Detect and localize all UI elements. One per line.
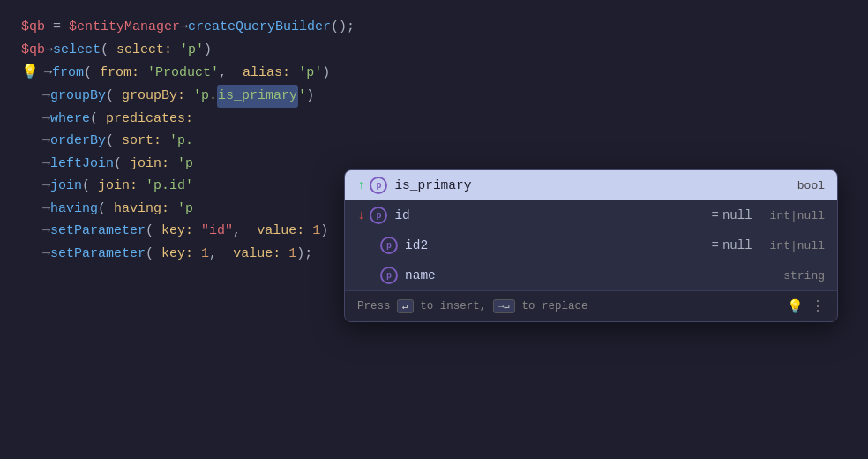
highlighted-text: is_primary [217,85,298,108]
ac-item-id2[interactable]: p id2 = null int|null [345,230,837,260]
property-icon-1: p [370,177,387,194]
arrow-down-icon: ↓ [357,208,364,222]
code-line-4: → groupBy ( groupBy: 'p.is_primary' ) [21,85,847,108]
footer-lightbulb-icon[interactable]: 💡 [787,298,804,315]
code-line-6: → orderBy ( sort: 'p. [21,130,847,153]
ac-name-2: id [394,208,707,222]
replace-key: →↵ [493,299,515,313]
autocomplete-popup: ↑ p is_primary bool ↓ p id = null int|nu… [344,169,838,322]
property-icon-4: p [380,267,398,284]
code-line-1: $qb = $entityManager → createQueryBuilde… [21,16,847,39]
ac-item-name[interactable]: p name string [345,260,837,290]
arrow-op: → [180,16,188,39]
code-line-3: 💡 → from ( from: 'Product' , alias: 'p' … [21,61,847,85]
var-entity-manager: $entityManager [69,16,180,39]
ac-item-id[interactable]: ↓ p id = null int|null [345,200,837,230]
arrow-up-icon: ↑ [357,178,364,192]
ac-item-is-primary[interactable]: ↑ p is_primary bool [345,170,837,200]
ac-type-4: string [766,269,825,282]
property-icon-3: p [380,237,398,254]
insert-key: ↵ [397,299,414,313]
ac-type-3: int|null [752,239,825,252]
var-qb: $qb [21,16,45,39]
ac-eq-2: = [712,208,719,222]
ac-name-1: is_primary [394,178,779,192]
ac-eq-3: = [712,238,719,252]
ac-footer-text: Press ↵ to insert, →↵ to replace [357,300,787,312]
ac-footer-icons: 💡 ⋮ [787,297,825,315]
property-icon-2: p [370,207,387,224]
code-line-5: → where ( predicates: [21,108,847,131]
ac-val-2: null [722,208,752,222]
ac-type-2: int|null [752,209,825,222]
lightbulb-icon[interactable]: 💡 [21,61,39,85]
method-create-query-builder: createQueryBuilder [188,16,331,39]
ac-type-1: bool [780,179,825,192]
code-editor: $qb = $entityManager → createQueryBuilde… [0,0,868,459]
more-options-icon[interactable]: ⋮ [811,297,825,315]
code-line-2: $qb → select ( select: 'p' ) [21,39,847,62]
ac-name-4: name [405,268,766,282]
ac-val-3: null [722,238,752,252]
ac-footer: Press ↵ to insert, →↵ to replace 💡 ⋮ [345,290,837,321]
ac-name-3: id2 [405,238,708,252]
